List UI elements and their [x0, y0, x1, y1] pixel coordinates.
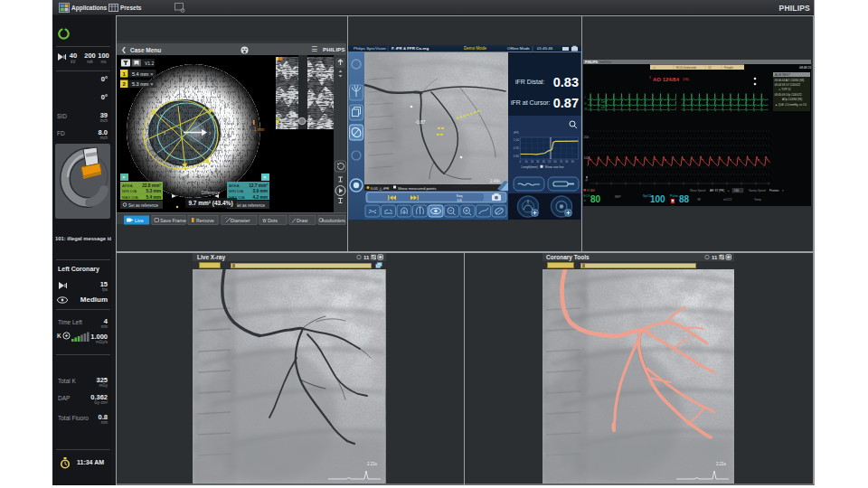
svg-text:20: 20 — [531, 159, 534, 163]
svg-text:NBP: NBP — [615, 195, 621, 199]
svg-text:08:45:09 LVp 124/0/22: 08:45:09 LVp 124/0/22 — [775, 93, 802, 97]
svg-text:ECG: ECG — [584, 194, 590, 198]
svg-text:III: III — [585, 108, 588, 111]
svg-text:▸: ▸ — [728, 189, 730, 192]
svg-text:40: 40 — [542, 159, 546, 163]
svg-text:▾: ▾ — [782, 189, 784, 192]
svg-text:Show measured points: Show measured points — [398, 186, 437, 191]
svg-text:I: I — [585, 96, 586, 99]
svg-text:11: 11 — [363, 255, 370, 260]
svg-text:08:44:58 LV 124/0/22: 08:44:58 LV 124/0/22 — [775, 83, 801, 87]
svg-text:↳ TOP 12: ↳ TOP 12 — [778, 88, 791, 91]
svg-text:Seq: Seq — [457, 194, 463, 198]
svg-text:AR: 87 (PR): AR: 87 (PR) — [710, 189, 724, 192]
svg-text:2.49s: 2.49s — [490, 179, 501, 183]
svg-text:▲ QvE -2.0 mmHg, nv C0: ▲ QvE -2.0 mmHg, nv C0 — [775, 103, 807, 107]
svg-text:AO 124/84: AO 124/84 — [653, 77, 680, 82]
svg-text:AREA: AREA — [229, 183, 240, 188]
svg-text:4.2 mm: 4.2 mm — [252, 195, 268, 200]
svg-text:F. iFR & FFR Co-reg: F. iFR & FFR Co-reg — [392, 46, 429, 51]
svg-text:Pulse: Pulse — [670, 194, 678, 198]
svg-text:5.3 mm: 5.3 mm — [146, 189, 161, 193]
svg-text:1.00: 1.00 — [514, 138, 519, 142]
svg-text:-0.87: -0.87 — [415, 119, 426, 125]
svg-text:150: 150 — [734, 189, 739, 192]
svg-text:×: × — [150, 81, 154, 87]
svg-text:12.7 mm²: 12.7 mm² — [249, 183, 268, 188]
svg-text:ALM REST: ALM REST — [775, 73, 790, 77]
svg-text:iFR Distal:: iFR Distal: — [515, 79, 544, 85]
svg-text:etCO2: etCO2 — [723, 198, 731, 202]
svg-text:Protime: Protime — [769, 189, 779, 192]
svg-text:Save Frame: Save Frame — [160, 218, 186, 223]
svg-text:88: 88 — [679, 194, 690, 204]
svg-text:1/4: 1/4 — [457, 199, 461, 202]
svg-text:MIN DIA: MIN DIA — [229, 189, 243, 193]
svg-text:100: 100 — [650, 194, 665, 204]
svg-text:90: 90 — [571, 159, 575, 163]
svg-text:30: 30 — [536, 159, 540, 163]
svg-text:×: × — [263, 174, 267, 180]
svg-text:0.90: 0.90 — [514, 146, 519, 150]
svg-text:(98): (98) — [683, 77, 690, 81]
svg-text:IntelliVue: IntelliVue — [599, 61, 611, 64]
svg-text:Temp: Temp — [754, 198, 761, 202]
svg-text:×: × — [150, 71, 154, 77]
svg-text:01:45:46: 01:45:46 — [537, 46, 553, 51]
svg-text:10: 10 — [525, 159, 529, 163]
svg-text:60: 60 — [554, 159, 558, 163]
svg-text:Offline Mode: Offline Mode — [507, 46, 530, 51]
svg-text:70: 70 — [560, 159, 563, 163]
svg-text:Dots: Dots — [268, 218, 278, 223]
svg-text:Set as reference: Set as reference — [128, 203, 159, 208]
svg-text:Diameter: Diameter — [231, 218, 250, 223]
svg-text:PHILIPS: PHILIPS — [585, 61, 599, 64]
svg-text:Remove: Remove — [196, 218, 214, 223]
svg-text:Show raw line: Show raw line — [545, 164, 564, 168]
svg-text:22.8 mm²: 22.8 mm² — [142, 183, 161, 188]
svg-text:1: 1 — [649, 76, 651, 80]
svg-text:1 mm: 1 mm — [254, 127, 265, 132]
svg-text:80: 80 — [565, 159, 569, 163]
svg-text:11: 11 — [712, 255, 718, 260]
svg-text:80: 80 — [590, 194, 601, 204]
svg-text:Sweep Speed: Sweep Speed — [749, 189, 766, 192]
svg-text:2.21s: 2.21s — [367, 462, 378, 466]
svg-text:×: × — [122, 174, 126, 180]
svg-text:II: II — [585, 102, 587, 106]
svg-text:MAX DIA: MAX DIA — [122, 195, 138, 200]
svg-text:AOp 124/84 (98): AOp 124/84 (98) — [782, 98, 802, 101]
svg-text:iFR at Cursor:: iFR at Cursor: — [511, 99, 551, 106]
svg-text:People: People — [724, 66, 733, 70]
svg-text:5.4 mm: 5.4 mm — [146, 195, 161, 200]
svg-text:0.01 △ iFR: 0.01 △ iFR — [371, 186, 389, 191]
svg-text:0.80: 0.80 — [514, 155, 519, 158]
svg-text:AREA: AREA — [122, 183, 133, 188]
svg-text:08:48:21: 08:48:21 — [799, 66, 811, 70]
svg-text:12: 12 — [708, 66, 712, 70]
svg-text:3.9 mm: 3.9 mm — [252, 189, 268, 193]
svg-text:0.87: 0.87 — [553, 96, 579, 110]
svg-text:200: 200 — [584, 136, 590, 139]
svg-text:⚞: ⚞ — [584, 199, 587, 202]
svg-text:Difference: Difference — [202, 191, 221, 195]
svg-text:iFR: iFR — [514, 131, 519, 135]
svg-text:Length(mm): Length(mm) — [522, 164, 538, 168]
svg-text:5.4 mm: 5.4 mm — [132, 71, 149, 77]
svg-text:9.7 mm² (43.4%): 9.7 mm² (43.4%) — [188, 200, 232, 207]
svg-text:V1.2: V1.2 — [145, 61, 155, 66]
svg-text:50: 50 — [548, 159, 552, 163]
svg-text:1mV: 1mV — [601, 100, 607, 104]
svg-text:2.21s: 2.21s — [716, 462, 727, 466]
svg-text:Set as reference: Set as reference — [235, 203, 266, 208]
svg-text:Live: Live — [135, 218, 144, 223]
svg-text:MIN DIA: MIN DIA — [122, 189, 137, 193]
svg-text:Demo Mode: Demo Mode — [464, 46, 486, 51]
svg-text:0.83: 0.83 — [553, 75, 579, 89]
svg-text:Autoborders: Autoborders — [322, 219, 346, 223]
svg-text:Philips SyncVision: Philips SyncVision — [354, 46, 386, 51]
svg-text:Wave Speed: Wave Speed — [690, 189, 705, 192]
svg-text:I/E: I/E — [697, 198, 701, 202]
svg-text:aVF: aVF — [601, 106, 606, 109]
svg-text:5.3 mm: 5.3 mm — [132, 81, 149, 87]
